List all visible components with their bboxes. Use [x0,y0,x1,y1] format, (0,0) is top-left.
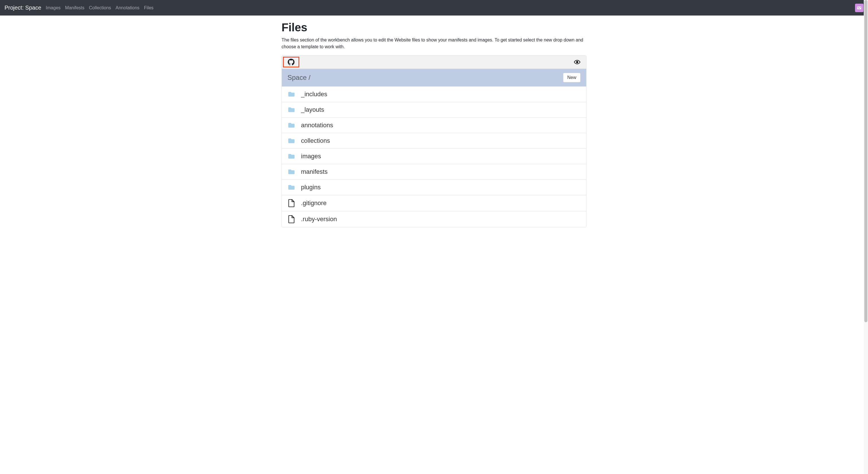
file-row-_includes[interactable]: _includes [282,87,586,102]
folder-icon [287,169,296,175]
github-button[interactable] [283,57,299,67]
github-icon [288,59,294,65]
file-row-_layouts[interactable]: _layouts [282,102,586,117]
file-row-plugins[interactable]: plugins [282,180,586,195]
file-name: manifests [301,168,328,175]
file-row-.ruby-version[interactable]: .ruby-version [282,211,586,227]
nav-link-annotations[interactable]: Annotations [116,5,140,10]
navbar: Project: Space Images Manifests Collecti… [0,0,868,15]
file-name: .gitignore [301,200,327,207]
file-name: _includes [301,91,327,98]
preview-button[interactable] [573,59,581,65]
file-list: _includes_layoutsannotationscollectionsi… [282,87,586,227]
file-name: annotations [301,122,333,129]
new-button[interactable]: New [563,73,581,82]
file-icon [288,215,294,223]
file-row-.gitignore[interactable]: .gitignore [282,195,586,211]
scrollbar[interactable] [864,0,868,228]
file-name: images [301,153,321,160]
folder-icon [287,184,296,191]
file-name: plugins [301,184,321,191]
page-description: The files section of the workbench allow… [281,37,587,50]
toolbar [282,56,586,69]
nav-link-files[interactable]: Files [144,5,154,10]
scrollbar-thumb[interactable] [864,0,867,228]
nav-link-images[interactable]: Images [46,5,60,10]
file-row-annotations[interactable]: annotations [282,117,586,133]
file-row-images[interactable]: images [282,149,586,164]
nav-brand[interactable]: Project: Space [4,4,41,11]
file-row-collections[interactable]: collections [282,133,586,149]
file-icon [288,199,294,207]
folder-icon [287,153,296,160]
nav-link-collections[interactable]: Collections [89,5,111,10]
avatar[interactable] [855,4,864,12]
main-content: Files The files section of the workbench… [281,15,587,228]
eye-icon [573,59,581,65]
breadcrumb-bar: Space / New [282,69,586,87]
breadcrumb[interactable]: Space / [287,74,310,81]
files-card: Space / New _includes_layoutsannotations… [281,55,587,228]
file-row-manifests[interactable]: manifests [282,164,586,180]
nav-left: Project: Space Images Manifests Collecti… [4,4,154,11]
folder-icon [287,138,296,144]
file-name: _layouts [301,106,324,113]
file-name: collections [301,137,330,144]
page-title: Files [281,21,587,34]
file-name: .ruby-version [301,215,337,223]
nav-link-manifests[interactable]: Manifests [65,5,85,10]
folder-icon [287,122,296,128]
folder-icon [287,107,296,113]
folder-icon [287,91,296,97]
